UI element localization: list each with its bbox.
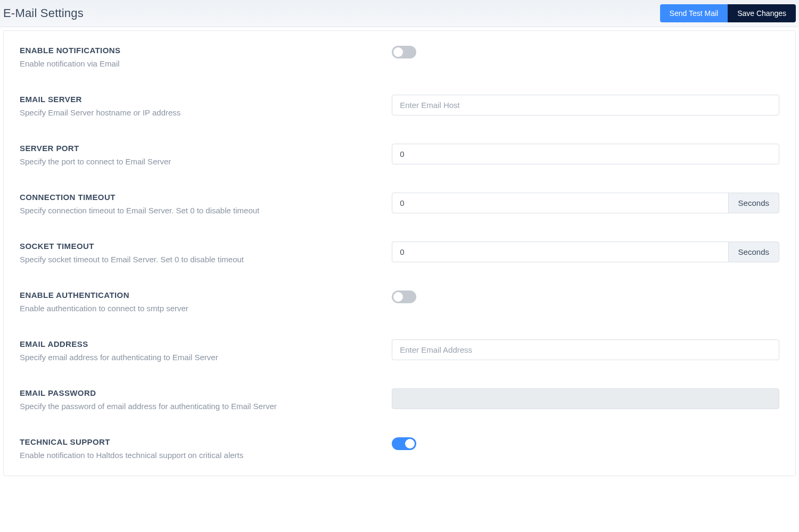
desc-server-port: Specify the port to connect to Email Ser…: [20, 156, 381, 167]
label-technical-support: TECHNICAL SUPPORT: [20, 437, 381, 446]
toggle-slider-icon: [392, 46, 416, 59]
row-email-address: EMAIL ADDRESS Specify email address for …: [20, 339, 779, 363]
email-password-input[interactable]: [392, 388, 779, 409]
header-actions: Send Test Mail Save Changes: [660, 4, 796, 22]
socket-timeout-group: Seconds: [392, 242, 779, 262]
save-changes-button[interactable]: Save Changes: [728, 4, 796, 22]
desc-email-server: Specify Email Server hostname or IP addr…: [20, 107, 381, 118]
row-enable-auth: ENABLE AUTHENTICATION Enable authenticat…: [20, 290, 779, 314]
desc-email-password: Specify the password of email address fo…: [20, 401, 381, 412]
email-server-input[interactable]: [392, 95, 779, 115]
email-address-input[interactable]: [392, 339, 779, 360]
send-test-mail-button[interactable]: Send Test Mail: [660, 4, 728, 22]
page-title: E-Mail Settings: [3, 6, 84, 20]
label-email-address: EMAIL ADDRESS: [20, 339, 381, 348]
toggle-slider-icon: [392, 437, 416, 450]
page-header: E-Mail Settings Send Test Mail Save Chan…: [0, 0, 799, 27]
row-server-port: SERVER PORT Specify the port to connect …: [20, 144, 779, 167]
row-enable-notifications: ENABLE NOTIFICATIONS Enable notification…: [20, 46, 779, 69]
label-email-password: EMAIL PASSWORD: [20, 388, 381, 397]
desc-enable-auth: Enable authentication to connect to smtp…: [20, 303, 381, 314]
settings-panel: ENABLE NOTIFICATIONS Enable notification…: [3, 30, 796, 476]
socket-timeout-unit: Seconds: [728, 242, 779, 262]
toggle-enable-notifications[interactable]: [392, 46, 416, 59]
toggle-technical-support[interactable]: [392, 437, 416, 450]
toggle-enable-auth[interactable]: [392, 290, 416, 303]
label-enable-notifications: ENABLE NOTIFICATIONS: [20, 46, 381, 55]
server-port-input[interactable]: [392, 144, 779, 164]
row-email-server: EMAIL SERVER Specify Email Server hostna…: [20, 95, 779, 118]
socket-timeout-input[interactable]: [392, 242, 728, 262]
desc-connection-timeout: Specify connection timeout to Email Serv…: [20, 205, 381, 216]
label-socket-timeout: SOCKET TIMEOUT: [20, 242, 381, 251]
desc-technical-support: Enable notification to Haltdos technical…: [20, 450, 381, 461]
label-connection-timeout: CONNECTION TIMEOUT: [20, 193, 381, 202]
row-connection-timeout: CONNECTION TIMEOUT Specify connection ti…: [20, 193, 779, 216]
label-email-server: EMAIL SERVER: [20, 95, 381, 104]
desc-email-address: Specify email address for authenticating…: [20, 352, 381, 363]
connection-timeout-unit: Seconds: [728, 193, 779, 213]
desc-enable-notifications: Enable notification via Email: [20, 58, 381, 69]
label-enable-auth: ENABLE AUTHENTICATION: [20, 290, 381, 300]
connection-timeout-input[interactable]: [392, 193, 728, 213]
toggle-slider-icon: [392, 290, 416, 303]
connection-timeout-group: Seconds: [392, 193, 779, 213]
row-email-password: EMAIL PASSWORD Specify the password of e…: [20, 388, 779, 412]
desc-socket-timeout: Specify socket timeout to Email Server. …: [20, 254, 381, 265]
row-socket-timeout: SOCKET TIMEOUT Specify socket timeout to…: [20, 242, 779, 265]
row-technical-support: TECHNICAL SUPPORT Enable notification to…: [20, 437, 779, 461]
label-server-port: SERVER PORT: [20, 144, 381, 153]
